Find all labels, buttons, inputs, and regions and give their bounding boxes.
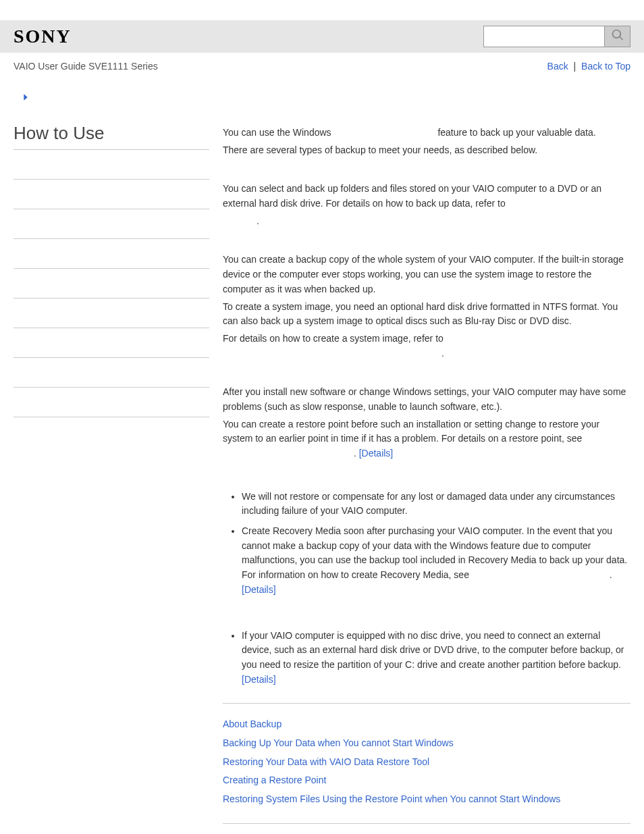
sidebar-item[interactable]: [14, 150, 209, 180]
section-1-end: .: [223, 214, 630, 229]
related-links: About Backup Backing Up Your Data when Y…: [223, 717, 630, 806]
text: You can use the Windows: [223, 127, 333, 138]
text: You can select and back up folders and f…: [223, 183, 601, 209]
list-item: We will not restore or compensate for an…: [242, 490, 630, 519]
sidebar-title: How to Use: [14, 123, 209, 144]
back-link[interactable]: Back: [547, 61, 568, 72]
section-2-p2: To create a system image, you need an op…: [223, 300, 630, 329]
section-3-p2: You can create a restore point before su…: [223, 417, 630, 461]
related-separator: [223, 703, 630, 704]
text: .: [441, 348, 444, 359]
sidebar: How to Use: [14, 105, 223, 834]
sidebar-item[interactable]: [14, 358, 209, 388]
intro-text-2: There are several types of backup to mee…: [223, 143, 630, 158]
search-icon: [611, 28, 624, 45]
related-link[interactable]: Restoring Your Data with VAIO Data Resto…: [223, 755, 630, 770]
section-3-p1: After you install new software or change…: [223, 385, 630, 414]
sony-logo: SONY: [14, 26, 72, 47]
separator: |: [574, 61, 576, 72]
details-link[interactable]: [Details]: [359, 448, 394, 459]
details-link[interactable]: [Details]: [242, 584, 276, 595]
section-2-p3: For details on how to create a system im…: [223, 332, 630, 361]
sidebar-item[interactable]: [14, 239, 209, 269]
sidebar-item[interactable]: [14, 180, 209, 209]
text: feature to back up your valuable data.: [437, 127, 595, 138]
details-link[interactable]: [Details]: [242, 674, 276, 685]
content: You can use the Windows feature to back …: [223, 105, 630, 834]
main-wrap: How to Use You can use the Windows featu…: [0, 105, 644, 834]
search-input[interactable]: [483, 26, 605, 47]
section-2-p1: You can create a backup copy of the whol…: [223, 253, 630, 296]
sub-bar: VAIO User Guide SVE1111 Series Back | Ba…: [0, 53, 644, 72]
notes-list-1: We will not restore or compensate for an…: [242, 490, 630, 598]
text: .: [354, 448, 359, 459]
top-links: Back | Back to Top: [547, 61, 630, 72]
sidebar-item[interactable]: [14, 209, 209, 239]
related-link[interactable]: About Backup: [223, 717, 630, 732]
nav-arrow-icon[interactable]: [20, 92, 644, 105]
related-separator: [223, 823, 630, 824]
back-to-top-link[interactable]: Back to Top: [581, 61, 630, 72]
list-item: If your VAIO computer is equipped with n…: [242, 629, 630, 687]
text: For information on how to create Recover…: [242, 569, 472, 580]
text: For details on how to create a system im…: [223, 333, 444, 344]
breadcrumb: VAIO User Guide SVE1111 Series: [14, 61, 158, 72]
search-wrap: [483, 26, 630, 47]
header-bar: SONY: [0, 20, 644, 53]
section-1-text: You can select and back up folders and f…: [223, 182, 630, 211]
text: You can create a restore point before su…: [223, 419, 599, 444]
text: Create Recovery Media soon after purchas…: [242, 525, 627, 565]
notes-list-2: If your VAIO computer is equipped with n…: [242, 629, 630, 687]
search-button[interactable]: [605, 26, 630, 47]
sidebar-item[interactable]: [14, 298, 209, 328]
related-link[interactable]: Backing Up Your Data when You cannot Sta…: [223, 736, 630, 751]
list-item: Create Recovery Media soon after purchas…: [242, 524, 630, 597]
related-link[interactable]: Restoring System Files Using the Restore…: [223, 792, 630, 807]
intro-text: You can use the Windows feature to back …: [223, 126, 630, 140]
text: .: [610, 569, 612, 580]
sidebar-item[interactable]: [14, 388, 209, 417]
text: If your VAIO computer is equipped with n…: [242, 630, 624, 670]
sidebar-item[interactable]: [14, 269, 209, 298]
sidebar-item[interactable]: [14, 328, 209, 358]
related-link[interactable]: Creating a Restore Point: [223, 773, 630, 788]
